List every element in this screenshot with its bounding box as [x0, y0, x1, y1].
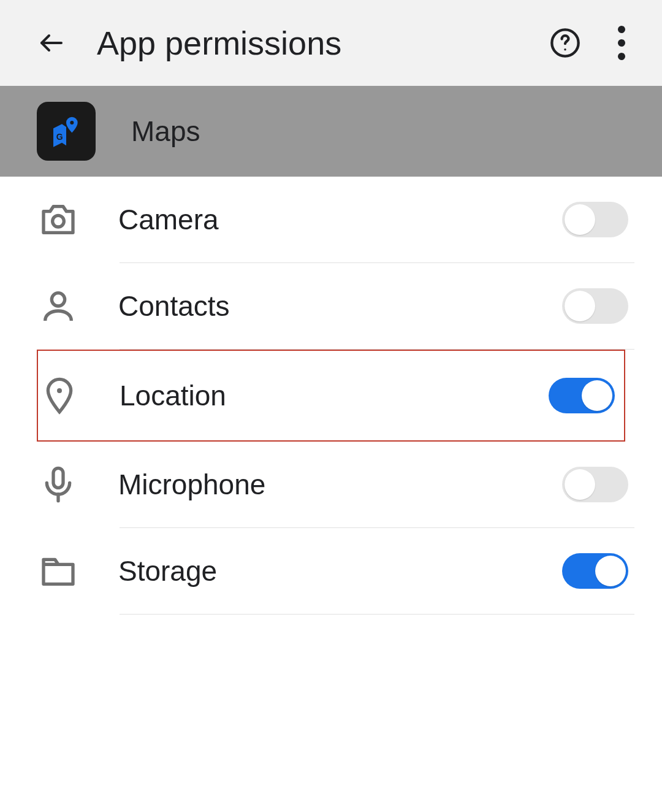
- svg-point-7: [57, 388, 62, 393]
- svg-point-5: [53, 215, 64, 227]
- svg-point-6: [51, 293, 64, 306]
- microphone-icon: [34, 460, 83, 509]
- permission-label: Microphone: [118, 468, 562, 501]
- location-toggle[interactable]: [549, 378, 615, 413]
- permission-label: Contacts: [118, 289, 562, 323]
- back-icon[interactable]: [37, 28, 66, 58]
- page-title: App permissions: [97, 24, 549, 62]
- header-bar: App permissions: [0, 0, 662, 86]
- contacts-toggle[interactable]: [562, 288, 628, 324]
- storage-toggle[interactable]: [562, 553, 628, 589]
- location-icon: [35, 371, 84, 420]
- svg-point-3: [70, 121, 74, 124]
- permissions-list: Camera Contacts Locat: [0, 177, 662, 615]
- permission-label: Location: [120, 379, 549, 412]
- maps-app-icon: G: [37, 102, 96, 161]
- divider: [120, 614, 634, 615]
- help-icon[interactable]: [549, 27, 581, 59]
- permission-row-contacts[interactable]: Contacts: [0, 263, 662, 349]
- permission-row-camera[interactable]: Camera: [0, 177, 662, 262]
- permission-row-microphone[interactable]: Microphone: [0, 442, 662, 527]
- app-header: G Maps: [0, 86, 662, 177]
- svg-text:G: G: [56, 132, 63, 142]
- permission-row-storage[interactable]: Storage: [0, 528, 662, 614]
- contacts-icon: [34, 282, 83, 331]
- permission-row-location[interactable]: Location: [37, 350, 625, 442]
- permission-label: Storage: [118, 554, 562, 588]
- svg-rect-8: [53, 468, 63, 488]
- camera-icon: [34, 195, 83, 244]
- more-icon[interactable]: [618, 26, 625, 60]
- camera-toggle[interactable]: [562, 202, 628, 237]
- microphone-toggle[interactable]: [562, 467, 628, 502]
- permission-label: Camera: [118, 203, 562, 236]
- app-name-label: Maps: [131, 115, 200, 148]
- svg-point-2: [564, 48, 566, 50]
- storage-icon: [34, 546, 83, 596]
